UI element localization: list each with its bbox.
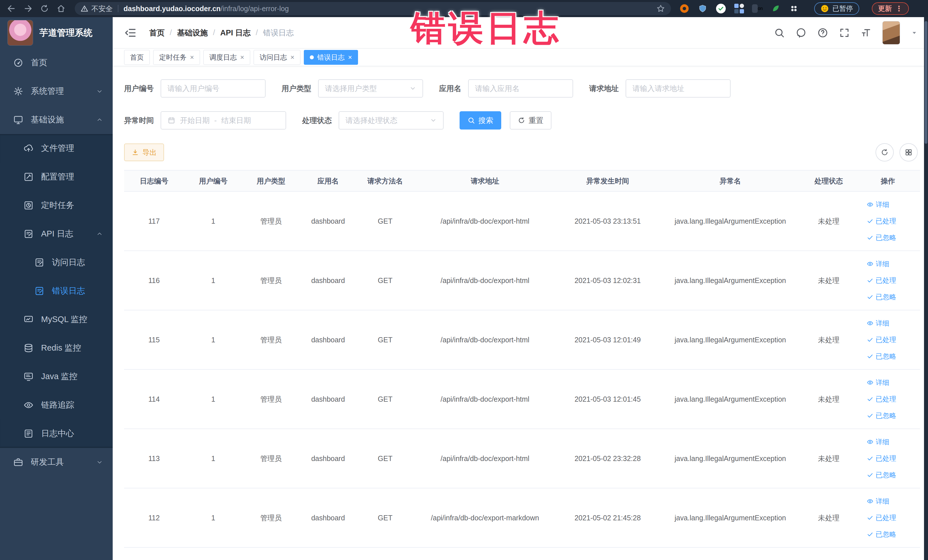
extensions-puzzle-icon[interactable] bbox=[789, 3, 799, 14]
detail-action[interactable]: 详细 bbox=[867, 378, 890, 387]
ignored-action[interactable]: 已忽略 bbox=[867, 411, 896, 420]
table-row[interactable]: 115 1 管理员 dashboard GET /api/infra/db-do… bbox=[124, 310, 920, 370]
extension-orange-icon[interactable] bbox=[679, 3, 690, 14]
table-row[interactable]: 114 1 管理员 dashboard GET /api/infra/db-do… bbox=[124, 370, 920, 429]
breadcrumb-item[interactable]: API 日志 bbox=[220, 27, 251, 38]
sidebar-item-首页[interactable]: 首页 bbox=[0, 49, 113, 77]
bookmark-star-icon[interactable] bbox=[656, 4, 665, 13]
detail-action[interactable]: 详细 bbox=[867, 319, 890, 328]
ignored-action[interactable]: 已忽略 bbox=[867, 233, 896, 242]
table-row[interactable]: 113 1 管理员 dashboard GET /api/infra/db-do… bbox=[124, 429, 920, 488]
processed-action[interactable]: 已处理 bbox=[867, 395, 896, 404]
sidebar-item-访问日志[interactable]: 访问日志 bbox=[0, 248, 113, 277]
user-avatar[interactable] bbox=[882, 21, 900, 44]
sidebar-item-日志中心[interactable]: 日志中心 bbox=[0, 420, 113, 448]
sidebar-item-定时任务[interactable]: 定时任务 bbox=[0, 191, 113, 220]
reset-button[interactable]: 重置 bbox=[510, 111, 551, 130]
sidebar-item-MySQL-监控[interactable]: MySQL 监控 bbox=[0, 305, 113, 334]
request-url-input[interactable]: 请输入请求地址 bbox=[626, 79, 731, 98]
breadcrumb-item[interactable]: 首页 bbox=[149, 27, 165, 38]
close-icon[interactable]: × bbox=[190, 54, 194, 61]
extension-grid-icon[interactable] bbox=[734, 3, 745, 14]
search-icon[interactable] bbox=[774, 27, 785, 38]
sidebar-item-链路追踪[interactable]: 链路追踪 bbox=[0, 391, 113, 420]
sidebar-item-API-日志[interactable]: API 日志 bbox=[0, 220, 113, 248]
ignored-action[interactable]: 已忽略 bbox=[867, 470, 896, 479]
search-button[interactable]: 搜索 bbox=[459, 111, 501, 130]
sidebar-item-Java-监控[interactable]: Java 监控 bbox=[0, 362, 113, 391]
extension-green-check-icon[interactable] bbox=[716, 3, 726, 14]
close-icon[interactable]: × bbox=[290, 54, 295, 61]
processed-action[interactable]: 已处理 bbox=[867, 335, 896, 344]
chevron-down-icon bbox=[96, 459, 103, 465]
column-settings-button[interactable] bbox=[899, 143, 918, 162]
detail-action[interactable]: 详细 bbox=[867, 497, 890, 506]
fullscreen-icon[interactable] bbox=[839, 27, 850, 38]
sidebar-item-基础设施[interactable]: 基础设施 bbox=[0, 105, 113, 134]
font-size-icon[interactable] bbox=[861, 27, 872, 38]
detail-action[interactable]: 详细 bbox=[867, 200, 890, 209]
browser-update-button[interactable]: 更新 ⋮ bbox=[872, 2, 909, 15]
browser-forward-icon[interactable] bbox=[21, 2, 35, 15]
detail-action[interactable]: 详细 bbox=[867, 437, 890, 447]
scrollbar-thumb[interactable] bbox=[925, 21, 927, 144]
insecure-label[interactable]: 不安全 bbox=[91, 4, 113, 14]
app-logo[interactable]: 芋道管理系统 bbox=[0, 17, 113, 49]
sidebar-item-研发工具[interactable]: 研发工具 bbox=[0, 448, 113, 476]
user-id-input[interactable]: 请输入用户编号 bbox=[160, 79, 266, 98]
processed-action[interactable]: 已处理 bbox=[867, 513, 896, 522]
cell-app-name: dashboard bbox=[299, 336, 357, 344]
ignored-action[interactable]: 已忽略 bbox=[867, 352, 896, 361]
page: 不安全 dashboard.yudao.iocoder.cn/infra/log… bbox=[0, 0, 928, 560]
table-row[interactable]: 112 1 管理员 dashboard GET /api/infra/db-do… bbox=[124, 488, 920, 548]
table-toolbar: 导出 bbox=[124, 143, 920, 162]
processed-action[interactable]: 已处理 bbox=[867, 217, 896, 226]
close-icon[interactable]: × bbox=[240, 54, 244, 61]
processed-action[interactable]: 已处理 bbox=[867, 454, 896, 463]
breadcrumb-item[interactable]: 基础设施 bbox=[177, 27, 208, 38]
export-button[interactable]: 导出 bbox=[124, 143, 164, 161]
tag-tab-定时任务[interactable]: 定时任务× bbox=[153, 50, 200, 65]
process-status-select[interactable]: 请选择处理状态 bbox=[339, 111, 444, 130]
tag-tab-错误日志[interactable]: 错误日志× bbox=[304, 50, 358, 65]
detail-action[interactable]: 详细 bbox=[867, 259, 890, 269]
page-scrollbar[interactable] bbox=[924, 17, 928, 560]
paused-badge[interactable]: 已暂停 bbox=[814, 2, 859, 15]
cell-user-id: 1 bbox=[184, 455, 243, 463]
tag-tab-访问日志[interactable]: 访问日志× bbox=[253, 50, 301, 65]
extension-proxy-icon[interactable]: on bbox=[752, 3, 763, 14]
browser-home-icon[interactable] bbox=[54, 2, 68, 15]
browser-menu-icon[interactable]: ⋮ bbox=[895, 4, 903, 13]
refresh-table-button[interactable] bbox=[876, 143, 894, 162]
processed-action[interactable]: 已处理 bbox=[867, 276, 896, 285]
browser-reload-icon[interactable] bbox=[38, 2, 51, 15]
page-url[interactable]: dashboard.yudao.iocoder.cn/infra/log/api… bbox=[124, 5, 289, 13]
sidebar-item-Redis-监控[interactable]: Redis 监控 bbox=[0, 334, 113, 362]
chevron-down-icon[interactable] bbox=[911, 29, 918, 36]
table-row[interactable]: 116 1 管理员 dashboard GET /api/infra/db-do… bbox=[124, 251, 920, 310]
cell-request-url: /api/infra/db-doc/export-html bbox=[414, 336, 556, 344]
app-name-input[interactable]: 请输入应用名 bbox=[468, 79, 573, 98]
ignored-action[interactable]: 已忽略 bbox=[867, 292, 896, 302]
browser-back-icon[interactable] bbox=[5, 2, 18, 15]
cell-status: 未处理 bbox=[801, 395, 856, 404]
help-icon[interactable] bbox=[817, 27, 828, 38]
extension-shield-icon[interactable] bbox=[697, 3, 708, 14]
exception-time-range-picker[interactable]: 开始日期 - 结束日期 bbox=[160, 111, 286, 130]
extension-leaf-icon[interactable] bbox=[770, 3, 781, 14]
table-row[interactable]: 117 1 管理员 dashboard GET /api/infra/db-do… bbox=[124, 192, 920, 251]
sidebar-item-文件管理[interactable]: 文件管理 bbox=[0, 134, 113, 163]
close-icon[interactable]: × bbox=[348, 54, 352, 61]
sidebar-item-错误日志[interactable]: 错误日志 bbox=[0, 277, 113, 305]
github-icon[interactable] bbox=[796, 27, 806, 38]
tag-tab-首页[interactable]: 首页 bbox=[124, 50, 150, 65]
user-type-select[interactable]: 请选择用户类型 bbox=[318, 79, 423, 98]
sidebar-item-配置管理[interactable]: 配置管理 bbox=[0, 163, 113, 191]
sidebar-collapse-icon[interactable] bbox=[124, 26, 137, 39]
sidebar-item-系统管理[interactable]: 系统管理 bbox=[0, 77, 113, 105]
ignored-action[interactable]: 已忽略 bbox=[867, 530, 896, 539]
tag-tab-调度日志[interactable]: 调度日志× bbox=[203, 50, 250, 65]
cell-log-id: 112 bbox=[124, 514, 184, 522]
address-bar[interactable]: 不安全 dashboard.yudao.iocoder.cn/infra/log… bbox=[75, 2, 671, 15]
filter-row-1: 用户编号 请输入用户编号 用户类型 请选择用户类型 应用名 请输入应用名 请求地… bbox=[124, 79, 920, 98]
